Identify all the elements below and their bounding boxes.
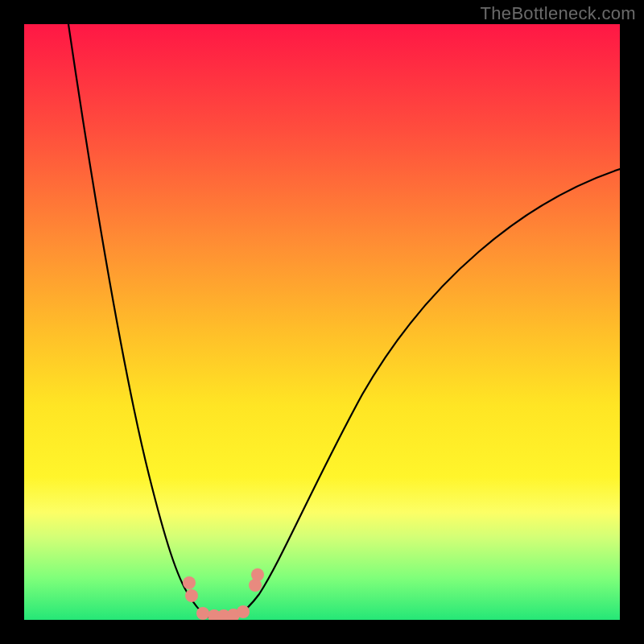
chart-container: TheBottleneck.com [0,0,644,644]
data-marker [251,568,264,581]
left-curve [68,24,211,618]
data-marker [196,607,209,620]
data-marker [185,589,198,602]
plot-area [24,24,620,620]
curves-svg [24,24,620,620]
data-marker [237,605,250,618]
watermark-text: TheBottleneck.com [481,3,636,24]
right-curve [232,169,620,618]
data-marker [183,576,196,589]
